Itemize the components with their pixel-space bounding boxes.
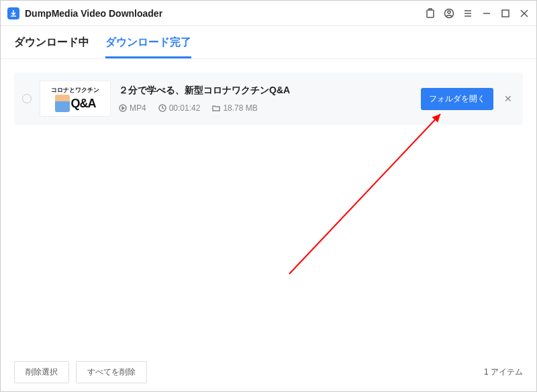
user-icon[interactable] [444,8,454,19]
item-count: 1 アイテム [484,366,523,378]
folder-icon [212,104,220,112]
item-meta: MP4 00:01:42 18.78 MB [119,103,413,113]
clock-icon [158,104,166,112]
svg-rect-0 [427,10,434,17]
svg-line-12 [289,114,440,274]
duration-text: 00:01:42 [169,103,201,113]
remove-item-icon[interactable]: ✕ [501,93,515,104]
thumb-qa: Q&A [71,97,96,109]
size-text: 18.78 MB [223,103,257,113]
format-text: MP4 [130,103,146,113]
minimize-icon[interactable] [481,8,492,19]
delete-all-button[interactable]: すべてを削除 [76,361,147,383]
format-meta: MP4 [119,103,146,113]
item-title: ２分で学べる、新型コロナワクチンQ&A [119,85,413,97]
thumb-text: コロナとワクチン [51,86,99,95]
titlebar-controls [425,8,530,19]
item-info: ２分で学べる、新型コロナワクチンQ&A MP4 00:01:42 18.78 M… [119,85,413,113]
app-title: DumpMedia Video Downloader [25,8,425,19]
maximize-icon[interactable] [500,8,511,19]
duration-meta: 00:01:42 [158,103,201,113]
play-icon [119,104,127,112]
download-item: コロナとワクチン Q&A ２分で学べる、新型コロナワクチンQ&A MP4 00:… [14,72,523,125]
menu-icon[interactable] [462,8,473,19]
titlebar: DumpMedia Video Downloader [1,1,536,26]
app-logo-icon [7,7,19,19]
delete-selected-button[interactable]: 削除選択 [14,361,69,383]
clipboard-icon[interactable] [425,8,436,19]
tab-downloading[interactable]: ダウンロード中 [14,36,89,58]
select-radio[interactable] [22,94,32,103]
content-area: コロナとワクチン Q&A ２分で学べる、新型コロナワクチンQ&A MP4 00:… [1,59,536,353]
tabs: ダウンロード中 ダウンロード完了 [1,26,536,59]
close-icon[interactable] [519,8,530,19]
open-folder-button[interactable]: フォルダを開く [421,88,493,110]
footer: 削除選択 すべてを削除 1 アイテム [1,353,536,391]
thumb-image-icon [55,95,70,112]
annotation-arrow-icon [269,106,457,281]
svg-point-2 [448,11,450,13]
svg-rect-7 [502,10,509,17]
tab-completed[interactable]: ダウンロード完了 [105,36,191,58]
size-meta: 18.78 MB [212,103,257,113]
video-thumbnail: コロナとワクチン Q&A [40,81,111,117]
